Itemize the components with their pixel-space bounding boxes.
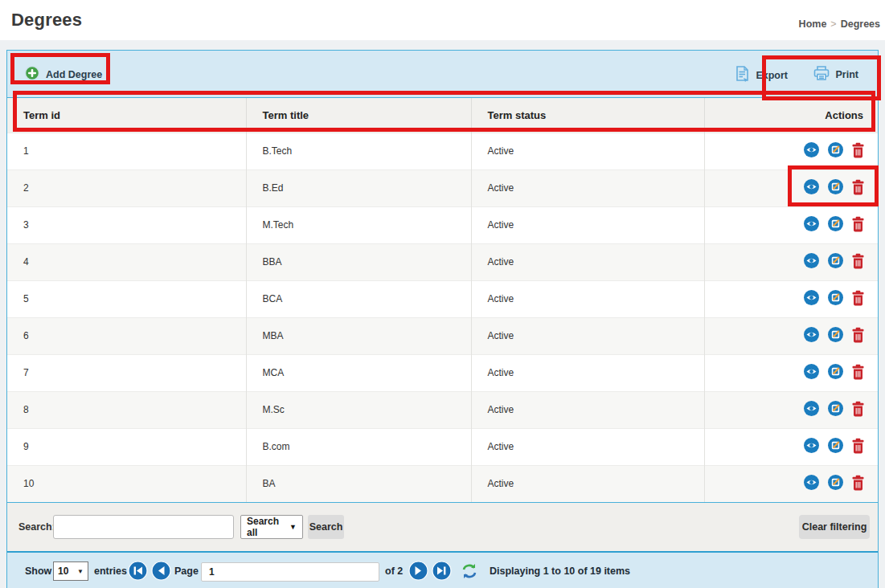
cell-term-id: 6 xyxy=(7,317,246,354)
edit-icon[interactable] xyxy=(828,438,843,455)
entries-per-page-select[interactable]: 10 ▼ xyxy=(53,561,88,581)
add-degree-label: Add Degree xyxy=(46,69,102,80)
view-icon[interactable] xyxy=(804,290,819,308)
cell-term-title: M.Sc xyxy=(246,391,471,428)
view-icon[interactable] xyxy=(804,364,819,382)
export-label: Export xyxy=(756,70,788,81)
search-strip: Search: Search all ▼ Search Clear filter… xyxy=(7,502,878,551)
column-header-term-title[interactable]: Term title xyxy=(246,98,471,133)
cell-actions xyxy=(704,169,878,206)
add-degree-button[interactable]: Add Degree xyxy=(24,65,102,84)
view-icon[interactable] xyxy=(804,327,819,345)
delete-icon[interactable] xyxy=(851,327,865,345)
edit-icon[interactable] xyxy=(828,327,843,345)
edit-icon[interactable] xyxy=(828,142,843,160)
edit-icon[interactable] xyxy=(828,364,843,382)
page-title: Degrees xyxy=(11,10,82,31)
chevron-down-icon: ▼ xyxy=(77,568,84,575)
degrees-panel: Add Degree Export xyxy=(6,50,879,588)
cell-term-title: BBA xyxy=(246,243,471,280)
delete-icon[interactable] xyxy=(851,364,865,382)
first-page-button[interactable] xyxy=(128,561,148,581)
cell-term-id: 8 xyxy=(7,391,246,428)
cell-actions xyxy=(704,354,878,391)
refresh-icon[interactable] xyxy=(460,562,479,583)
degrees-table: Term id Term title Term status Actions 1… xyxy=(7,98,878,502)
print-button[interactable]: Print xyxy=(813,65,858,84)
table-row: 5 BCA Active xyxy=(7,280,878,317)
previous-page-button[interactable] xyxy=(151,561,171,581)
search-scope-value: Search all xyxy=(247,516,289,538)
pagination-bar: Show 10 ▼ entries Page of 2 xyxy=(7,551,878,588)
chevron-down-icon: ▼ xyxy=(289,523,297,531)
column-header-term-status[interactable]: Term status xyxy=(471,98,704,133)
page-of-label: of 2 xyxy=(385,566,403,577)
breadcrumb-home[interactable]: Home xyxy=(799,18,827,30)
page-number-input[interactable] xyxy=(201,562,379,582)
add-plus-icon xyxy=(24,65,40,84)
delete-icon[interactable] xyxy=(851,290,865,308)
view-icon[interactable] xyxy=(804,216,819,234)
pagination-status: Displaying 1 to 10 of 19 items xyxy=(490,566,630,577)
cell-term-status: Active xyxy=(471,243,704,280)
view-icon[interactable] xyxy=(804,142,819,160)
view-icon[interactable] xyxy=(804,438,819,455)
cell-term-id: 5 xyxy=(7,280,246,317)
table-row: 4 BBA Active xyxy=(7,243,878,280)
cell-actions xyxy=(704,391,878,428)
edit-icon[interactable] xyxy=(828,401,843,419)
search-label: Search: xyxy=(18,521,55,533)
view-icon[interactable] xyxy=(804,401,819,419)
delete-icon[interactable] xyxy=(851,142,865,161)
cell-term-title: BA xyxy=(246,465,471,502)
view-icon[interactable] xyxy=(804,179,819,197)
cell-term-title: M.Tech xyxy=(246,206,471,243)
export-file-icon xyxy=(734,65,750,85)
table-row: 6 MBA Active xyxy=(7,317,878,354)
column-header-actions: Actions xyxy=(704,98,878,133)
delete-icon[interactable] xyxy=(851,475,865,493)
edit-icon[interactable] xyxy=(828,216,843,234)
cell-term-status: Active xyxy=(471,354,704,391)
delete-icon[interactable] xyxy=(851,216,865,235)
delete-icon[interactable] xyxy=(851,401,865,419)
delete-icon[interactable] xyxy=(851,179,865,198)
edit-icon[interactable] xyxy=(828,475,843,492)
delete-icon[interactable] xyxy=(851,438,865,456)
search-button[interactable]: Search xyxy=(308,515,344,539)
edit-icon[interactable] xyxy=(828,290,843,308)
cell-term-title: B.Tech xyxy=(246,133,471,169)
edit-icon[interactable] xyxy=(828,179,843,197)
cell-actions xyxy=(704,317,878,354)
cell-term-status: Active xyxy=(471,206,704,243)
cell-term-id: 1 xyxy=(7,133,246,169)
next-page-button[interactable] xyxy=(408,561,428,581)
cell-term-status: Active xyxy=(471,133,704,169)
breadcrumb-current: Degrees xyxy=(841,18,880,30)
table-row: 7 MCA Active xyxy=(7,354,878,391)
export-button[interactable]: Export xyxy=(734,65,788,85)
cell-term-status: Active xyxy=(471,391,704,428)
edit-icon[interactable] xyxy=(828,253,843,271)
column-header-term-id[interactable]: Term id xyxy=(7,98,246,133)
cell-actions xyxy=(704,465,878,502)
search-input[interactable] xyxy=(53,515,234,539)
delete-icon[interactable] xyxy=(851,253,865,272)
cell-actions xyxy=(704,280,878,317)
cell-term-title: MCA xyxy=(246,354,471,391)
view-icon[interactable] xyxy=(804,475,819,492)
cell-term-id: 7 xyxy=(7,354,246,391)
cell-term-id: 3 xyxy=(7,206,246,243)
cell-term-status: Active xyxy=(471,428,704,465)
cell-actions xyxy=(704,243,878,280)
print-icon xyxy=(813,65,830,84)
search-scope-select[interactable]: Search all ▼ xyxy=(240,515,303,539)
table-row: 8 M.Sc Active xyxy=(7,391,878,428)
entries-label: entries xyxy=(94,566,127,577)
cell-term-title: B.Ed xyxy=(246,169,471,206)
view-icon[interactable] xyxy=(804,253,819,271)
cell-term-title: BCA xyxy=(246,280,471,317)
last-page-button[interactable] xyxy=(432,561,452,581)
clear-filtering-button[interactable]: Clear filtering xyxy=(799,515,870,539)
cell-term-status: Active xyxy=(471,280,704,317)
